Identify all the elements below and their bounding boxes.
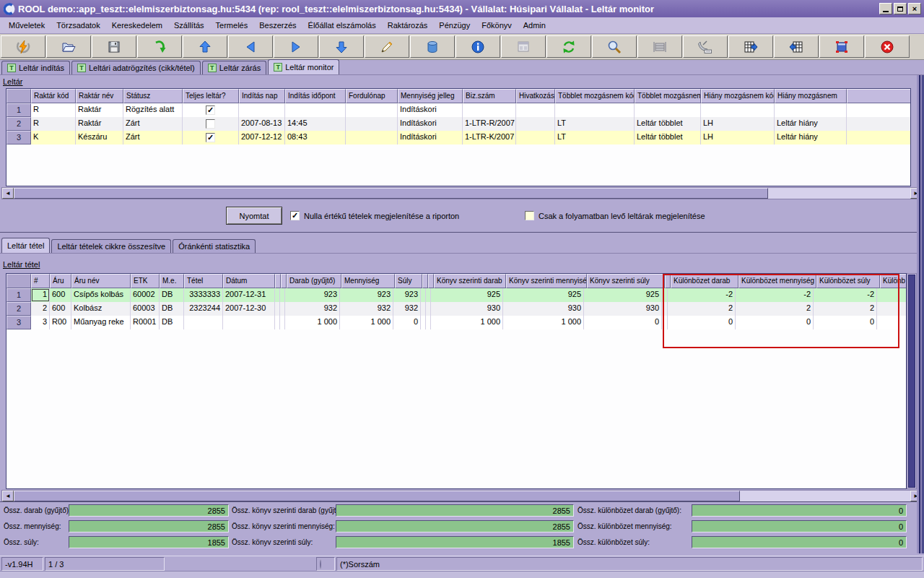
menu-beszerzes[interactable]: Beszerzés (253, 19, 302, 32)
table-row-selected[interactable]: 3 K Készáru Zárt ✓ 2007-12-12 08:43 Indí… (6, 131, 910, 144)
header-hiany-mozgasnem[interactable]: Hiány mozgásnem (775, 89, 847, 103)
toolbar-undo-button[interactable] (137, 35, 182, 58)
menu-muveletek[interactable]: Műveletek (3, 19, 51, 32)
toolbar-frame-button[interactable] (637, 35, 682, 58)
cell[interactable]: Rögzítés alatt (123, 103, 183, 117)
cell[interactable] (775, 103, 847, 117)
scroll-left-icon[interactable]: ◄ (2, 491, 14, 501)
scrollbar-thumb[interactable] (14, 188, 768, 199)
header-statusz[interactable]: Státusz (123, 89, 183, 103)
cell[interactable]: Leltár hiány (775, 117, 847, 131)
cell[interactable] (239, 103, 285, 117)
row-number[interactable]: 3 (6, 131, 31, 144)
cell[interactable]: 2 (814, 302, 877, 316)
header-aru-nev[interactable]: Áru név (71, 274, 131, 288)
cell[interactable] (183, 117, 239, 131)
header-konyv-mennyiseg[interactable]: Könyv szerinti mennyiség (506, 274, 587, 288)
restore-button[interactable] (894, 3, 907, 14)
cell[interactable] (635, 103, 701, 117)
cell[interactable]: 1 000 (431, 316, 503, 329)
tab-leltar-zaras[interactable]: TLeltár zárás (202, 61, 266, 74)
header-mennyiseg[interactable]: Mennyiség (341, 274, 395, 288)
cell[interactable]: 3333333 (184, 288, 223, 302)
cell[interactable]: 923 (340, 288, 393, 302)
cell[interactable]: Indításkori (398, 131, 463, 144)
cell[interactable]: ✓ (183, 131, 239, 144)
cell[interactable]: 2007-08-13 (239, 117, 285, 131)
cell[interactable]: K (31, 131, 76, 144)
header-tobblet-mozgasnem-kod[interactable]: Többlet mozgásnem kód (555, 89, 635, 103)
menu-torzsadatok[interactable]: Törzsadatok (51, 19, 106, 32)
header-raktar-nev[interactable]: Raktár név (76, 89, 123, 103)
tab-orankenti-statisztika[interactable]: Óránkénti statisztika (173, 239, 256, 253)
row-number[interactable]: 2 (6, 117, 31, 131)
header-darab-gyujto[interactable]: Darab (gyűjtő) (287, 274, 341, 288)
cell[interactable]: 2007-12-30 (223, 302, 275, 316)
cell[interactable]: 600 (50, 288, 71, 302)
toolbar-device-button[interactable] (683, 35, 728, 58)
header-aru[interactable]: Áru (50, 274, 71, 288)
cell[interactable]: 1 (31, 288, 50, 302)
teljes-leltar-checkbox[interactable]: ✓ (206, 105, 215, 115)
table-row-selected[interactable]: 1 1 600 Csípős kolbás 60002 DB 3333333 2… (6, 288, 906, 302)
cell[interactable]: 0 (736, 316, 814, 329)
scroll-left-icon[interactable]: ◄ (2, 188, 14, 199)
toolbar-export-table-button[interactable] (728, 35, 773, 58)
cell[interactable]: Indításkori (398, 117, 463, 131)
cell[interactable]: LT (555, 131, 635, 144)
scrollbar-thumb[interactable] (14, 491, 740, 501)
cell[interactable]: 0 (584, 316, 662, 329)
cell[interactable]: Készáru (76, 131, 123, 144)
row-number[interactable]: 3 (6, 316, 31, 329)
table-row[interactable]: 3 3 R00 Műanyag reke R0001 DB 1 000 1 00… (6, 316, 906, 329)
cell[interactable] (463, 103, 516, 117)
cell[interactable]: 3 (31, 316, 50, 329)
menu-penzugy[interactable]: Pénzügy (433, 19, 476, 32)
cell[interactable] (555, 103, 635, 117)
cell[interactable]: -2 (736, 288, 814, 302)
print-button[interactable]: Nyomtat (226, 207, 282, 225)
cell[interactable]: LH (701, 131, 775, 144)
scrollbar-thumb[interactable] (908, 275, 915, 488)
cell[interactable]: 14:45 (285, 117, 346, 131)
cell[interactable]: 60002 (131, 288, 160, 302)
minimize-button[interactable] (879, 3, 892, 14)
show-zero-checkbox[interactable]: ✓ (290, 211, 300, 220)
table-row[interactable]: 1 R Raktár Rögzítés alatt ✓ Indításkori (6, 103, 910, 117)
header-cell[interactable] (6, 274, 31, 288)
toolbar-import-table-button[interactable] (774, 35, 819, 58)
cell[interactable]: DB (160, 302, 184, 316)
cell[interactable]: 930 (503, 302, 584, 316)
cell[interactable]: 923 (393, 288, 421, 302)
cell[interactable]: DB (160, 316, 184, 329)
cell[interactable] (516, 117, 555, 131)
cell[interactable] (701, 103, 775, 117)
header-tobblet-mozgasnem[interactable]: Többlet mozgásnem (635, 89, 701, 103)
toolbar-previous-button[interactable] (228, 35, 273, 58)
cell[interactable]: 2 (31, 302, 50, 316)
cell[interactable]: 932 (285, 302, 340, 316)
header-inditas-idopont[interactable]: Indítás időpont (285, 89, 346, 103)
tab-leltar-tetel[interactable]: Leltár tétel (1, 238, 50, 253)
header-kulonbozet-mennyiseg[interactable]: Különbözet mennyiség (738, 274, 816, 288)
cell[interactable]: 2 (668, 302, 736, 316)
menu-szallitas[interactable]: Szállítás (168, 19, 210, 32)
header-hivatkozas[interactable]: Hivatkozás (516, 89, 555, 103)
cell[interactable]: 0 (814, 316, 877, 329)
cell[interactable]: LH (701, 117, 775, 131)
toolbar-save-button[interactable] (92, 35, 136, 58)
scrollbar-track[interactable] (768, 188, 910, 199)
cell[interactable]: R0001 (131, 316, 160, 329)
cell[interactable]: Csípős kolbás (71, 288, 131, 302)
scrollbar-track[interactable] (740, 491, 910, 501)
header-tetel[interactable]: Tétel (184, 274, 223, 288)
cell[interactable]: 1 000 (340, 316, 393, 329)
cell[interactable]: 930 (584, 302, 662, 316)
cell[interactable]: 932 (340, 302, 393, 316)
cell[interactable]: Raktár (76, 117, 123, 131)
toolbar-search-button[interactable] (592, 35, 637, 58)
cell[interactable] (184, 316, 223, 329)
cell[interactable]: 0 (668, 316, 736, 329)
teljes-leltar-checkbox[interactable] (206, 119, 215, 129)
cell[interactable]: LT (555, 117, 635, 131)
